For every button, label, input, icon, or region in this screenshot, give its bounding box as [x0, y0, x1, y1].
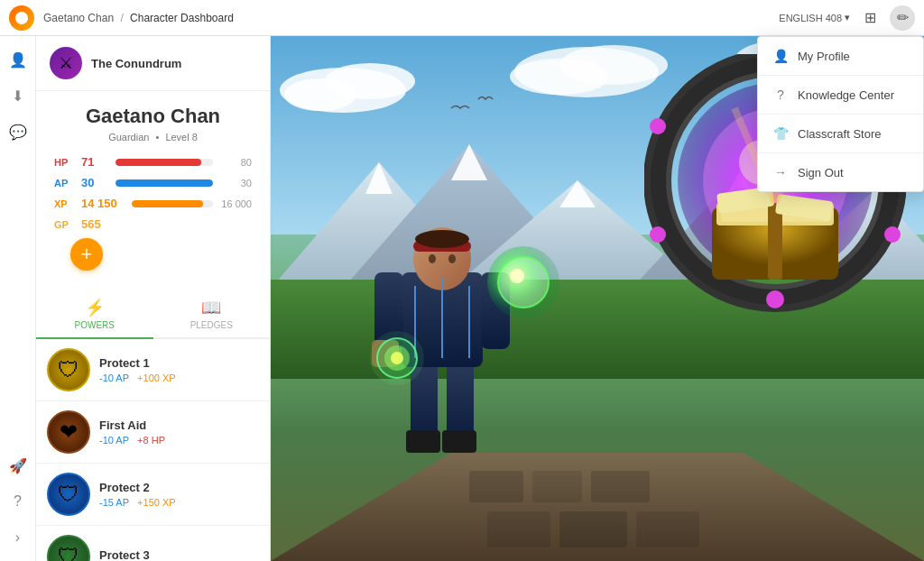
hp-max: 80 — [220, 157, 252, 168]
power-icon-protect1: 🛡 — [47, 348, 90, 391]
dropdown-label-store: Classcraft Store — [798, 127, 881, 141]
app-logo[interactable] — [9, 5, 34, 31]
power-item-protect2[interactable]: 🛡 Protect 2 -15 AP +150 XP — [36, 464, 270, 526]
xp-stat-row: XP 14 150 16 000 — [54, 197, 252, 210]
dropdown-item-signout[interactable]: → Sign Out — [758, 153, 923, 191]
breadcrumb: Gaetano Chan / Character Dashboard — [43, 12, 234, 24]
character-role: Guardian • Level 8 — [54, 132, 252, 143]
tab-pledges[interactable]: 📖 PLEDGES — [153, 290, 271, 339]
dropdown-item-knowledge[interactable]: ? Knowledge Center — [758, 76, 923, 115]
user-avatar-icon[interactable]: ✏ — [890, 5, 915, 31]
svg-point-48 — [510, 269, 524, 283]
help-icon: ? — [14, 493, 22, 510]
svg-point-55 — [766, 290, 784, 308]
sidebar-item-chevron[interactable]: › — [4, 523, 32, 552]
power-cost-firstaid: -10 AP +8 HP — [99, 435, 259, 446]
gp-stat-row: GP 565 — [54, 217, 252, 231]
svg-point-54 — [884, 226, 901, 243]
powers-list: 🛡 Protect 1 -10 AP +100 XP ❤ First Aid -… — [36, 339, 270, 561]
xp-current: 14 150 — [81, 197, 117, 210]
add-button[interactable]: + — [70, 238, 103, 271]
power-icon-protect3: 🛡 — [47, 535, 90, 561]
pledges-tab-icon: 📖 — [201, 298, 221, 317]
svg-rect-22 — [591, 471, 650, 502]
power-name-firstaid: First Aid — [99, 418, 259, 432]
svg-point-37 — [429, 254, 436, 263]
profile-icon: 👤 — [772, 48, 789, 64]
svg-point-3 — [284, 78, 356, 111]
xp-bar-fill — [132, 200, 203, 207]
svg-rect-28 — [406, 430, 440, 453]
sidebar-item-user[interactable]: 👤 — [4, 45, 32, 74]
top-bar: Gaetano Chan / Character Dashboard ENGLI… — [0, 0, 924, 36]
svg-point-57 — [650, 118, 666, 134]
svg-point-38 — [448, 254, 456, 263]
sidebar-item-download[interactable]: ⬇ — [4, 81, 32, 110]
power-name-protect3: Protect 3 — [99, 548, 259, 561]
svg-point-36 — [415, 230, 469, 248]
breadcrumb-user[interactable]: Gaetano Chan — [43, 12, 114, 24]
left-sidebar: 👤 ⬇ 💬 🚀 ? › — [0, 36, 36, 561]
xp-bar — [132, 200, 213, 207]
powers-tab-icon: ⚡ — [85, 298, 105, 317]
sidebar-item-chat[interactable]: 💬 — [4, 117, 32, 146]
svg-point-45 — [370, 331, 424, 385]
gp-value: 565 — [81, 217, 108, 231]
hp-label: HP — [54, 157, 74, 168]
dropdown-label-signout: Sign Out — [798, 166, 844, 179]
dropdown-label-profile: My Profile — [798, 50, 850, 63]
power-item-protect3[interactable]: 🛡 Protect 3 — [36, 526, 270, 561]
store-icon: 👕 — [772, 125, 789, 142]
hp-bar-fill — [116, 159, 201, 166]
svg-point-47 — [498, 257, 549, 308]
power-icon-firstaid: ❤ — [47, 410, 90, 454]
notifications-icon[interactable]: ⊞ — [861, 9, 879, 27]
pledges-tab-label: PLEDGES — [190, 320, 233, 330]
sidebar-item-help[interactable]: ? — [4, 487, 32, 516]
hp-current: 71 — [81, 155, 108, 169]
dropdown-label-knowledge: Knowledge Center — [798, 88, 894, 102]
power-item-firstaid[interactable]: ❤ First Aid -10 AP +8 HP — [36, 401, 270, 464]
top-bar-right: ENGLISH 408 ▾ ⊞ ✏ — [779, 5, 915, 31]
character-name: Gaetano Chan — [54, 105, 252, 128]
power-cost-protect1: -10 AP +100 XP — [99, 372, 259, 383]
tabs-row: ⚡ POWERS 📖 PLEDGES — [36, 290, 270, 339]
power-item-protect1[interactable]: 🛡 Protect 1 -10 AP +100 XP — [36, 339, 270, 401]
power-name-protect2: Protect 2 — [99, 481, 259, 494]
character-avatar: ⚔ — [50, 47, 82, 79]
power-icon-protect2: 🛡 — [47, 473, 90, 516]
character-header-name: The Conundrum — [91, 57, 181, 70]
orb-svg — [483, 242, 564, 323]
hp-bar — [116, 159, 213, 166]
svg-rect-20 — [469, 471, 523, 502]
character-header: ⚔ The Conundrum — [36, 36, 270, 91]
breadcrumb-page: Character Dashboard — [130, 12, 234, 24]
power-name-protect1: Protect 1 — [99, 356, 259, 370]
download-icon: ⬇ — [12, 87, 23, 105]
ap-label: AP — [54, 178, 74, 189]
gp-label: GP — [54, 219, 74, 230]
power-cost-protect2: -15 AP +150 XP — [99, 497, 259, 508]
xp-label: XP — [54, 198, 74, 209]
spell-orb — [483, 242, 564, 326]
stats-section: Gaetano Chan Guardian • Level 8 HP 71 80… — [36, 91, 270, 287]
user-icon: 👤 — [9, 51, 27, 69]
svg-rect-29 — [442, 430, 476, 453]
sidebar-item-rocket[interactable]: 🚀 — [4, 451, 32, 480]
rocket-icon: 🚀 — [9, 457, 27, 474]
svg-point-56 — [650, 226, 666, 243]
lang-selector[interactable]: ENGLISH 408 ▾ — [779, 12, 850, 23]
dropdown-item-profile[interactable]: 👤 My Profile — [758, 37, 923, 76]
ap-stat-row: AP 30 30 — [54, 176, 252, 189]
tab-powers[interactable]: ⚡ POWERS — [36, 290, 153, 339]
svg-rect-21 — [532, 471, 582, 502]
dropdown-item-store[interactable]: 👕 Classcraft Store — [758, 115, 923, 153]
knowledge-icon: ? — [772, 87, 789, 103]
chevron-right-icon: › — [15, 529, 20, 546]
character-panel: ⚔ The Conundrum Gaetano Chan Guardian • … — [36, 36, 271, 561]
signout-icon: → — [772, 164, 789, 180]
ap-max: 30 — [220, 178, 252, 189]
svg-rect-64 — [768, 203, 782, 280]
ap-bar — [116, 179, 213, 187]
xp-max: 16 000 — [220, 198, 252, 209]
